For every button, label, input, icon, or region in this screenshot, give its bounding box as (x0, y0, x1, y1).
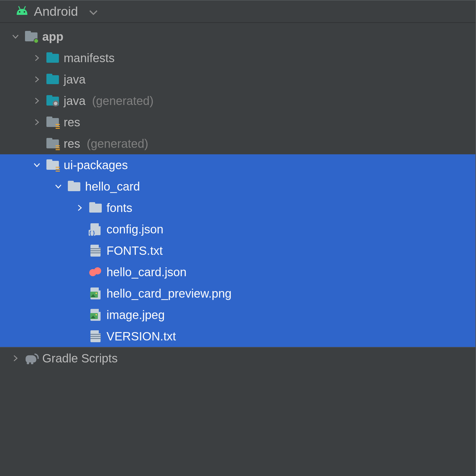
json-file-icon (89, 223, 102, 236)
tree-label: Gradle Scripts (42, 352, 118, 365)
tree-node-hello-card-json[interactable]: hello_card.json (0, 261, 475, 283)
tree-label: config.json (107, 223, 163, 236)
tree-node-res[interactable]: res (0, 111, 475, 133)
text-file-icon (89, 244, 102, 257)
android-icon (15, 5, 29, 18)
folder-icon (46, 51, 60, 65)
image-file-icon (89, 308, 102, 321)
tree-node-res-generated[interactable]: res (generated) (0, 133, 475, 154)
svg-point-2 (19, 11, 21, 13)
project-tree: app manifests java java (gener (0, 23, 475, 369)
tree-label: java (64, 73, 85, 86)
chevron-down-icon[interactable] (53, 183, 64, 190)
dropdown-arrow-icon[interactable] (89, 5, 98, 18)
project-view-title: Android (34, 4, 78, 19)
resource-folder-icon (46, 116, 60, 129)
tree-node-preview-png[interactable]: hello_card_preview.png (0, 283, 475, 304)
tree-label: VERSION.txt (107, 330, 176, 343)
resource-folder-icon (46, 137, 60, 150)
text-file-icon (89, 330, 102, 343)
tree-node-config-json[interactable]: config.json (0, 219, 475, 240)
chevron-right-icon[interactable] (32, 54, 42, 62)
tree-label: app (42, 30, 63, 43)
generated-folder-icon (46, 94, 60, 107)
tree-label: manifests (64, 51, 115, 65)
tree-label-suffix: (generated) (87, 137, 148, 150)
svg-point-3 (24, 11, 25, 13)
folder-icon (46, 73, 60, 86)
tree-node-ui-packages[interactable]: ui-packages (0, 154, 475, 176)
figma-file-icon (89, 266, 102, 279)
folder-icon (68, 180, 81, 193)
tree-label: res (64, 137, 80, 150)
tree-node-version-txt[interactable]: VERSION.txt (0, 326, 475, 347)
tree-label: java (64, 94, 85, 108)
tree-node-app[interactable]: app (0, 26, 475, 47)
svg-line-1 (24, 7, 25, 9)
tree-label: res (64, 116, 80, 129)
image-file-icon (89, 287, 102, 300)
tree-label: hello_card (85, 180, 140, 193)
resource-folder-icon (46, 158, 60, 172)
tree-label: FONTS.txt (107, 244, 163, 257)
tree-node-fonts-txt[interactable]: FONTS.txt (0, 240, 475, 261)
module-folder-icon (25, 30, 38, 43)
tree-node-java[interactable]: java (0, 69, 475, 90)
chevron-right-icon[interactable] (32, 118, 42, 126)
tree-label: image.jpeg (107, 308, 165, 322)
folder-icon (89, 201, 102, 214)
tree-node-manifests[interactable]: manifests (0, 47, 475, 69)
tree-node-java-generated[interactable]: java (generated) (0, 90, 475, 111)
tree-label: fonts (107, 201, 132, 215)
tree-node-hello-card[interactable]: hello_card (0, 176, 475, 197)
chevron-down-icon[interactable] (32, 161, 42, 169)
tree-node-gradle-scripts[interactable]: Gradle Scripts (0, 348, 475, 369)
tree-label-suffix: (generated) (92, 94, 154, 108)
tree-label: hello_card_preview.png (107, 287, 231, 300)
chevron-down-icon[interactable] (10, 33, 21, 40)
chevron-right-icon[interactable] (32, 76, 42, 83)
chevron-right-icon[interactable] (10, 354, 21, 362)
project-view-header[interactable]: Android (0, 0, 475, 23)
tree-node-image-jpeg[interactable]: image.jpeg (0, 304, 475, 326)
svg-line-0 (19, 7, 20, 9)
chevron-right-icon[interactable] (32, 97, 42, 105)
tree-label: ui-packages (64, 158, 128, 172)
tree-node-fonts[interactable]: fonts (0, 197, 475, 219)
tree-label: hello_card.json (107, 266, 187, 279)
gradle-icon (25, 352, 38, 365)
chevron-right-icon[interactable] (74, 204, 85, 212)
